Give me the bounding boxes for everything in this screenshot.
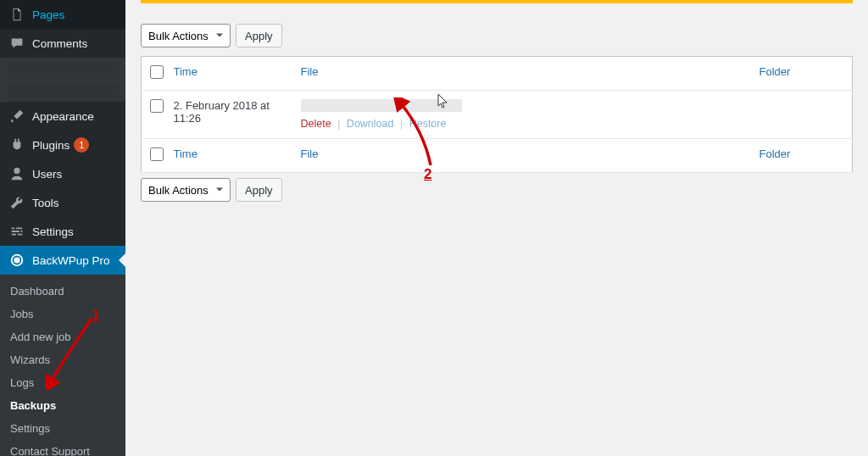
select-all-bottom[interactable] bbox=[150, 147, 164, 161]
submenu-contact-support[interactable]: Contact Support bbox=[0, 440, 125, 456]
notice-bar bbox=[141, 0, 853, 3]
footer-file[interactable]: File bbox=[301, 147, 319, 160]
backwpup-submenu: Dashboard Jobs Add new job Wizards Logs … bbox=[0, 275, 125, 456]
row-file: Delete | Download | Restore bbox=[292, 91, 751, 139]
sidebar-label: Tools bbox=[32, 197, 59, 209]
sidebar-item-comments[interactable]: Comments bbox=[0, 29, 125, 58]
action-restore[interactable]: Restore bbox=[409, 118, 447, 130]
sidebar-item-backwpup[interactable]: BackWPup Pro bbox=[0, 246, 125, 275]
action-delete[interactable]: Delete bbox=[301, 118, 331, 130]
row-checkbox[interactable] bbox=[150, 99, 164, 113]
sidebar-label: Users bbox=[32, 168, 62, 181]
submenu-wizards[interactable]: Wizards bbox=[0, 348, 125, 371]
tablenav-top: Bulk Actions Apply bbox=[141, 19, 853, 53]
row-actions: Delete | Download | Restore bbox=[301, 114, 743, 130]
apply-button-top[interactable]: Apply bbox=[236, 24, 282, 47]
header-file[interactable]: File bbox=[301, 65, 319, 78]
sidebar-blurred bbox=[0, 58, 125, 102]
sidebar-label: Pages bbox=[32, 8, 64, 21]
header-time[interactable]: Time bbox=[174, 65, 198, 78]
comment-icon bbox=[8, 35, 25, 52]
select-all-top[interactable] bbox=[150, 65, 164, 79]
backwpup-icon bbox=[8, 252, 25, 269]
bulk-actions-select-top[interactable]: Bulk Actions bbox=[141, 24, 231, 47]
plug-icon bbox=[8, 136, 25, 153]
submenu-logs[interactable]: Logs bbox=[0, 371, 125, 394]
sidebar-item-users[interactable]: Users bbox=[0, 159, 125, 188]
backups-table: Time File Folder 2. February 2018 at 11:… bbox=[141, 56, 853, 173]
pages-icon bbox=[8, 6, 25, 23]
submenu-add-new-job[interactable]: Add new job bbox=[0, 325, 125, 348]
table-row: 2. February 2018 at 11:26 Delete | Downl… bbox=[142, 91, 853, 139]
bulk-actions-select-bottom[interactable]: Bulk Actions bbox=[141, 178, 231, 202]
user-icon bbox=[8, 165, 25, 182]
sidebar-item-plugins[interactable]: Plugins 1 bbox=[0, 131, 125, 159]
sidebar-label: Comments bbox=[32, 37, 87, 50]
row-folder bbox=[751, 91, 853, 139]
wrench-icon bbox=[8, 194, 25, 211]
admin-sidebar: Pages Comments Appearance Plugins 1 User… bbox=[0, 0, 125, 456]
footer-folder[interactable]: Folder bbox=[760, 147, 791, 160]
sidebar-item-tools[interactable]: Tools bbox=[0, 188, 125, 217]
sidebar-label: Settings bbox=[32, 225, 74, 238]
sidebar-label: Appearance bbox=[32, 110, 94, 123]
submenu-dashboard[interactable]: Dashboard bbox=[0, 280, 125, 303]
row-time: 2. February 2018 at 11:26 bbox=[165, 91, 292, 139]
apply-button-bottom[interactable]: Apply bbox=[236, 178, 282, 202]
sidebar-item-settings[interactable]: Settings bbox=[0, 217, 125, 246]
submenu-backups[interactable]: Backups bbox=[0, 394, 125, 417]
plugin-update-badge: 1 bbox=[74, 137, 89, 153]
sliders-icon bbox=[8, 223, 25, 240]
sidebar-item-pages[interactable]: Pages bbox=[0, 0, 125, 29]
footer-time[interactable]: Time bbox=[174, 147, 198, 160]
submenu-settings[interactable]: Settings bbox=[0, 417, 125, 440]
brush-icon bbox=[8, 108, 25, 125]
submenu-jobs[interactable]: Jobs bbox=[0, 303, 125, 325]
sidebar-label: BackWPup Pro bbox=[32, 254, 110, 267]
main-content: Bulk Actions Apply Time File Folder 2. F… bbox=[125, 0, 868, 456]
action-download[interactable]: Download bbox=[347, 118, 394, 130]
sidebar-item-appearance[interactable]: Appearance bbox=[0, 102, 125, 131]
file-name-blurred bbox=[301, 99, 462, 112]
header-folder[interactable]: Folder bbox=[760, 65, 791, 78]
tablenav-bottom: Bulk Actions Apply bbox=[141, 173, 853, 207]
sidebar-label: Plugins bbox=[32, 139, 70, 152]
